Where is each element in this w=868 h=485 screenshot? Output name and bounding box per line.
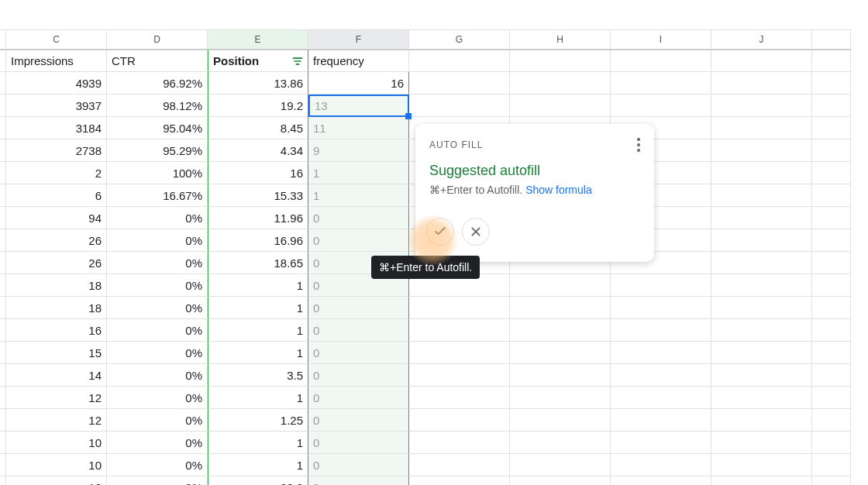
- row-stub[interactable]: [0, 364, 6, 387]
- cell-d[interactable]: 16.67%: [107, 184, 208, 207]
- cell-d[interactable]: 0%: [107, 409, 208, 432]
- row-stub[interactable]: [0, 117, 6, 139]
- cell-e[interactable]: 11.96: [208, 207, 308, 229]
- cell-e[interactable]: 3.5: [208, 364, 308, 387]
- cell-d[interactable]: 0%: [107, 207, 208, 229]
- empty-cell[interactable]: [711, 252, 812, 274]
- cell-d[interactable]: 100%: [107, 162, 208, 184]
- empty-cell[interactable]: [409, 476, 510, 485]
- header-cell-ctr[interactable]: CTR: [107, 50, 208, 72]
- empty-cell[interactable]: [812, 184, 851, 207]
- empty-cell[interactable]: [812, 274, 851, 297]
- cell-c[interactable]: 3184: [6, 117, 107, 139]
- cell-c[interactable]: 16: [6, 319, 107, 342]
- row-stub[interactable]: [0, 139, 6, 162]
- cell-e[interactable]: 1: [208, 274, 308, 297]
- row-stub[interactable]: [0, 184, 6, 207]
- row-stub[interactable]: [0, 319, 6, 342]
- empty-cell[interactable]: [812, 252, 851, 274]
- cell-f[interactable]: 0: [308, 476, 409, 485]
- empty-cell[interactable]: [611, 476, 711, 485]
- cell-d[interactable]: 0%: [107, 342, 208, 364]
- empty-cell[interactable]: [611, 95, 711, 117]
- cell-f[interactable]: 0: [308, 342, 409, 364]
- empty-cell[interactable]: [711, 229, 812, 252]
- cell-c[interactable]: 26: [6, 229, 107, 252]
- empty-cell[interactable]: [409, 50, 510, 72]
- cell-f[interactable]: 0: [308, 229, 409, 252]
- row-stub[interactable]: [0, 72, 6, 95]
- empty-cell[interactable]: [409, 454, 510, 476]
- cell-d[interactable]: 95.04%: [107, 117, 208, 139]
- empty-cell[interactable]: [510, 454, 611, 476]
- cell-f[interactable]: 0: [308, 319, 409, 342]
- cell-d[interactable]: 0%: [107, 387, 208, 409]
- cell-f[interactable]: 1: [308, 162, 409, 184]
- cell-c[interactable]: 14: [6, 364, 107, 387]
- column-header-e[interactable]: E: [208, 29, 308, 50]
- empty-cell[interactable]: [611, 50, 711, 72]
- cell-d[interactable]: 95.29%: [107, 139, 208, 162]
- row-stub[interactable]: [0, 274, 6, 297]
- more-options-icon[interactable]: [637, 138, 640, 152]
- row-stub[interactable]: [0, 50, 6, 72]
- empty-cell[interactable]: [812, 409, 851, 432]
- empty-cell[interactable]: [510, 342, 611, 364]
- row-stub[interactable]: [0, 409, 6, 432]
- empty-cell[interactable]: [812, 387, 851, 409]
- accept-autofill-button[interactable]: [426, 218, 454, 246]
- empty-cell[interactable]: [510, 50, 611, 72]
- empty-cell[interactable]: [611, 319, 711, 342]
- cell-f[interactable]: 16: [308, 72, 409, 95]
- cell-e[interactable]: 19.2: [208, 95, 308, 117]
- empty-cell[interactable]: [611, 364, 711, 387]
- row-stub[interactable]: [0, 207, 6, 229]
- empty-cell[interactable]: [409, 297, 510, 319]
- cell-d[interactable]: 0%: [107, 364, 208, 387]
- empty-cell[interactable]: [711, 50, 812, 72]
- empty-cell[interactable]: [812, 476, 851, 485]
- cell-f[interactable]: 0: [308, 454, 409, 476]
- empty-cell[interactable]: [409, 319, 510, 342]
- cell-d[interactable]: 0%: [107, 454, 208, 476]
- empty-cell[interactable]: [510, 409, 611, 432]
- filter-icon[interactable]: [292, 57, 303, 65]
- row-stub[interactable]: [0, 297, 6, 319]
- empty-cell[interactable]: [812, 319, 851, 342]
- empty-cell[interactable]: [711, 364, 812, 387]
- empty-cell[interactable]: [409, 432, 510, 454]
- reject-autofill-button[interactable]: [462, 218, 490, 246]
- empty-cell[interactable]: [711, 387, 812, 409]
- column-header-i[interactable]: I: [611, 29, 711, 50]
- cell-c[interactable]: 10: [6, 454, 107, 476]
- cell-e[interactable]: 8.45: [208, 117, 308, 139]
- corner-stub[interactable]: [0, 29, 6, 50]
- empty-cell[interactable]: [711, 139, 812, 162]
- cell-c[interactable]: 12: [6, 387, 107, 409]
- row-stub[interactable]: [0, 432, 6, 454]
- empty-cell[interactable]: [409, 387, 510, 409]
- empty-cell[interactable]: [611, 274, 711, 297]
- empty-cell[interactable]: [611, 72, 711, 95]
- empty-cell[interactable]: [812, 162, 851, 184]
- cell-e[interactable]: 20.9: [208, 476, 308, 485]
- empty-cell[interactable]: [510, 364, 611, 387]
- column-header-overflow[interactable]: [812, 29, 851, 50]
- cell-c[interactable]: 2738: [6, 139, 107, 162]
- cell-c[interactable]: 2: [6, 162, 107, 184]
- column-header-j[interactable]: J: [711, 29, 812, 50]
- cell-d[interactable]: 0%: [107, 297, 208, 319]
- empty-cell[interactable]: [611, 297, 711, 319]
- empty-cell[interactable]: [812, 50, 851, 72]
- cell-c[interactable]: 4939: [6, 72, 107, 95]
- empty-cell[interactable]: [611, 342, 711, 364]
- cell-d[interactable]: 0%: [107, 319, 208, 342]
- empty-cell[interactable]: [812, 139, 851, 162]
- cell-d[interactable]: 96.92%: [107, 72, 208, 95]
- empty-cell[interactable]: [812, 432, 851, 454]
- row-stub[interactable]: [0, 252, 6, 274]
- fill-handle[interactable]: [405, 113, 412, 119]
- empty-cell[interactable]: [711, 476, 812, 485]
- cell-e[interactable]: 1: [208, 387, 308, 409]
- empty-cell[interactable]: [711, 319, 812, 342]
